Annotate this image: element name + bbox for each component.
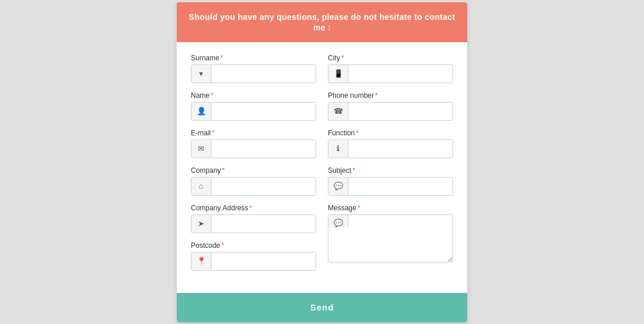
subject-input[interactable] bbox=[348, 178, 453, 195]
postcode-icon: 📍 bbox=[191, 253, 211, 270]
company-input[interactable] bbox=[211, 178, 316, 195]
message-required: * bbox=[358, 204, 361, 212]
email-icon: ✉ bbox=[191, 140, 211, 158]
city-label: City* bbox=[328, 54, 453, 62]
city-input-wrapper: 📱 bbox=[328, 64, 453, 83]
email-label: E-mail* bbox=[191, 129, 316, 137]
message-label: Message* bbox=[328, 204, 453, 212]
postcode-input[interactable] bbox=[211, 253, 316, 270]
function-input[interactable] bbox=[348, 140, 453, 158]
message-input-wrapper: 💬 bbox=[328, 214, 453, 262]
subject-input-wrapper: 💬 bbox=[328, 177, 453, 196]
name-label: Name* bbox=[191, 91, 316, 100]
phone-required: * bbox=[375, 91, 378, 100]
company-required: * bbox=[222, 166, 225, 175]
contact-form-card: Should you have any questions, please do… bbox=[177, 2, 467, 322]
surname-field-group: Surname* ▾ bbox=[191, 54, 316, 83]
name-input-wrapper: 👤 bbox=[191, 102, 316, 121]
company-address-required: * bbox=[249, 204, 252, 212]
phone-label: Phone number* bbox=[328, 91, 453, 100]
email-input-wrapper: ✉ bbox=[191, 139, 316, 158]
phone-input-wrapper: ☎ bbox=[328, 102, 453, 121]
subject-field-group: Subject* 💬 bbox=[328, 166, 453, 196]
name-required: * bbox=[211, 91, 214, 100]
message-icon: 💬 bbox=[328, 215, 348, 227]
subject-label: Subject* bbox=[328, 166, 453, 175]
left-column: Surname* ▾ Name* 👤 E-mail* bbox=[191, 54, 316, 279]
name-icon: 👤 bbox=[191, 103, 211, 120]
subject-icon: 💬 bbox=[328, 178, 348, 195]
company-address-label: Company Address* bbox=[191, 204, 316, 212]
city-field-group: City* 📱 bbox=[328, 54, 453, 83]
company-icon: ⌂ bbox=[191, 178, 211, 195]
email-input[interactable] bbox=[211, 140, 316, 158]
message-textarea[interactable] bbox=[348, 215, 453, 262]
surname-icon: ▾ bbox=[191, 65, 211, 83]
postcode-label: Postcode* bbox=[191, 241, 316, 250]
postcode-input-wrapper: 📍 bbox=[191, 252, 316, 271]
subject-required: * bbox=[352, 166, 355, 175]
message-field-group: Message* 💬 bbox=[328, 204, 453, 262]
company-field-group: Company* ⌂ bbox=[191, 166, 316, 196]
function-input-wrapper: ℹ bbox=[328, 139, 453, 158]
email-field-group: E-mail* ✉ bbox=[191, 129, 316, 158]
form-header-text: Should you have any questions, please do… bbox=[189, 12, 455, 32]
company-address-icon: ➤ bbox=[191, 215, 211, 233]
function-required: * bbox=[356, 129, 359, 137]
company-address-input-wrapper: ➤ bbox=[191, 214, 316, 233]
surname-input[interactable] bbox=[211, 65, 316, 83]
name-input[interactable] bbox=[211, 103, 316, 120]
phone-input[interactable] bbox=[348, 103, 453, 120]
surname-required: * bbox=[221, 54, 224, 62]
right-column: City* 📱 Phone number* ☎ Function* bbox=[328, 54, 453, 279]
form-header: Should you have any questions, please do… bbox=[177, 2, 467, 42]
form-body: Surname* ▾ Name* 👤 E-mail* bbox=[177, 42, 467, 293]
function-field-group: Function* ℹ bbox=[328, 129, 453, 158]
phone-field-group: Phone number* ☎ bbox=[328, 91, 453, 121]
function-label: Function* bbox=[328, 129, 453, 137]
email-required: * bbox=[212, 129, 215, 137]
company-address-input[interactable] bbox=[211, 215, 316, 233]
surname-label: Surname* bbox=[191, 54, 316, 62]
city-icon: 📱 bbox=[328, 65, 348, 83]
postcode-required: * bbox=[221, 241, 224, 250]
name-field-group: Name* 👤 bbox=[191, 91, 316, 121]
phone-icon: ☎ bbox=[328, 103, 348, 120]
function-icon: ℹ bbox=[328, 140, 348, 158]
company-input-wrapper: ⌂ bbox=[191, 177, 316, 196]
city-input[interactable] bbox=[348, 65, 453, 83]
city-required: * bbox=[341, 54, 344, 62]
surname-input-wrapper: ▾ bbox=[191, 64, 316, 83]
send-button[interactable]: Send bbox=[177, 293, 467, 322]
postcode-field-group: Postcode* 📍 bbox=[191, 241, 316, 271]
company-address-field-group: Company Address* ➤ bbox=[191, 204, 316, 233]
company-label: Company* bbox=[191, 166, 316, 175]
send-btn-text[interactable]: Send bbox=[186, 302, 458, 312]
